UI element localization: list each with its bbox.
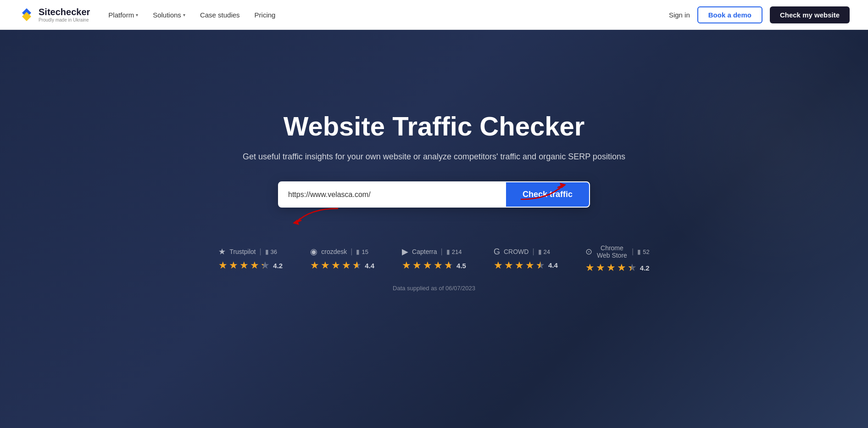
rating-header: ◉crozdesk|▮ 15: [310, 247, 368, 257]
comment-count: ▮ 52: [637, 248, 649, 255]
platform-icon: G: [494, 247, 500, 257]
star-full: ★: [423, 259, 432, 271]
star-full: ★: [239, 259, 249, 271]
url-input[interactable]: [279, 182, 506, 207]
logo-title: Sitechecker: [39, 7, 90, 17]
hero-subtitle: Get useful traffic insights for your own…: [237, 151, 631, 163]
star-full: ★: [606, 262, 616, 274]
rating-header: ⊙Chrome Web Store|▮ 52: [585, 244, 650, 259]
star-partial: ★★: [352, 259, 362, 271]
data-note: Data supplied as of 06/07/2023: [237, 285, 631, 292]
nav-case-studies[interactable]: Case studies: [200, 11, 240, 19]
platform-name: crozdesk: [321, 248, 347, 255]
star-full: ★: [218, 259, 228, 271]
rating-header: GCROWD|▮ 24: [494, 247, 550, 257]
star-full: ★: [434, 259, 443, 271]
rating-item: ★Trustpilot|▮ 36★★★★★★4.2: [218, 247, 283, 271]
search-box-wrap: Check traffic: [237, 181, 631, 208]
platform-name: Trustpilot: [229, 248, 256, 255]
rating-value: 4.2: [640, 264, 650, 272]
rating-divider: |: [441, 248, 443, 256]
star-full: ★: [310, 259, 319, 271]
star-full: ★: [617, 262, 626, 274]
star-partial: ★★: [628, 262, 637, 274]
rating-item: ◉crozdesk|▮ 15★★★★★★4.4: [310, 247, 374, 271]
comment-count: ▮ 15: [356, 248, 368, 255]
star-full: ★: [596, 262, 605, 274]
platform-name: CROWD: [504, 248, 529, 255]
platform-icon: ◉: [310, 247, 317, 257]
star-partial: ★★: [261, 259, 270, 271]
platform-name: Capterra: [412, 248, 437, 255]
hero-title: Website Traffic Checker: [237, 111, 631, 142]
star-full: ★: [504, 259, 513, 271]
nav-right: Sign in Book a demo Check my website: [669, 6, 850, 23]
rating-divider: |: [532, 248, 534, 256]
rating-item: GCROWD|▮ 24★★★★★★4.4: [494, 247, 558, 271]
navbar: Sitechecker Proudly made in Ukraine Plat…: [0, 0, 868, 30]
star-full: ★: [525, 259, 534, 271]
stars-row: ★★★★★★4.4: [310, 259, 374, 271]
ratings-row: ★Trustpilot|▮ 36★★★★★★4.2◉crozdesk|▮ 15★…: [237, 244, 631, 274]
star-partial: ★★: [444, 259, 453, 271]
hero-section: Website Traffic Checker Get useful traff…: [0, 30, 868, 428]
star-full: ★: [331, 259, 340, 271]
rating-divider: |: [259, 248, 261, 256]
check-website-button[interactable]: Check my website: [770, 6, 850, 23]
signin-link[interactable]: Sign in: [669, 11, 690, 19]
star-full: ★: [494, 259, 503, 271]
logo-subtitle: Proudly made in Ukraine: [39, 17, 90, 23]
rating-value: 4.4: [365, 262, 374, 270]
platform-icon: ⊙: [585, 247, 592, 257]
rating-item: ▶Capterra|▮ 214★★★★★★4.5: [402, 247, 466, 271]
arrow-right: [517, 176, 572, 206]
book-demo-button[interactable]: Book a demo: [697, 6, 762, 23]
star-full: ★: [515, 259, 524, 271]
comment-count: ▮ 214: [446, 248, 462, 255]
platform-icon: ▶: [402, 247, 408, 257]
rating-item: ⊙Chrome Web Store|▮ 52★★★★★★4.2: [585, 244, 650, 274]
stars-row: ★★★★★★4.5: [402, 259, 466, 271]
rating-divider: |: [351, 248, 352, 256]
star-full: ★: [342, 259, 351, 271]
nav-pricing[interactable]: Pricing: [255, 11, 276, 19]
hero-content: Website Traffic Checker Get useful traff…: [228, 111, 640, 292]
star-full: ★: [402, 259, 411, 271]
rating-value: 4.5: [456, 262, 466, 270]
stars-row: ★★★★★★4.2: [218, 259, 283, 271]
star-full: ★: [250, 259, 259, 271]
logo-link[interactable]: Sitechecker Proudly made in Ukraine: [18, 6, 90, 23]
rating-divider: |: [632, 248, 634, 256]
star-full: ★: [229, 259, 238, 271]
arrow-left: [287, 204, 342, 233]
nav-platform[interactable]: Platform ▾: [108, 11, 138, 19]
platform-name: Chrome Web Store: [596, 244, 628, 259]
nav-solutions[interactable]: Solutions ▾: [153, 11, 185, 19]
star-full: ★: [412, 259, 422, 271]
rating-header: ★Trustpilot|▮ 36: [218, 247, 277, 257]
logo-icon: [18, 6, 35, 23]
comment-count: ▮ 36: [265, 248, 277, 255]
rating-value: 4.4: [548, 261, 558, 269]
comment-count: ▮ 24: [538, 248, 550, 255]
platform-icon: ★: [218, 247, 226, 257]
star-partial: ★★: [536, 259, 545, 271]
stars-row: ★★★★★★4.4: [494, 259, 558, 271]
stars-row: ★★★★★★4.2: [585, 262, 650, 274]
star-full: ★: [585, 262, 595, 274]
rating-value: 4.2: [273, 262, 283, 270]
nav-links: Platform ▾ Solutions ▾ Case studies Pric…: [108, 11, 669, 19]
rating-header: ▶Capterra|▮ 214: [402, 247, 462, 257]
star-full: ★: [321, 259, 330, 271]
